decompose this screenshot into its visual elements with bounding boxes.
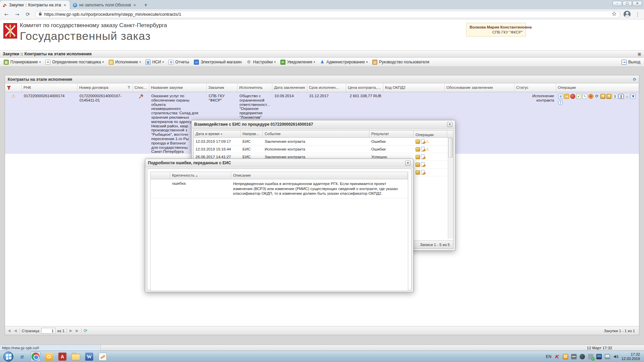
menu-item-user-manual[interactable]: Руководство пользователя bbox=[370, 58, 431, 66]
send-icon[interactable] bbox=[564, 94, 569, 99]
menu-item-notifications[interactable]: Уведомления▾ bbox=[278, 58, 318, 66]
column-header-operations[interactable]: Операции bbox=[556, 83, 639, 92]
seal-icon[interactable] bbox=[588, 94, 593, 99]
error-column-criticality[interactable]: Критичность▴ bbox=[170, 172, 231, 179]
column-header-filter[interactable] bbox=[5, 83, 22, 92]
close-window-button[interactable]: ✕ bbox=[633, 1, 642, 6]
menu-item-settings[interactable]: Настройки▾ bbox=[244, 58, 278, 66]
usb-icon[interactable] bbox=[588, 354, 593, 359]
column-header-conclusion-date[interactable]: Дата заключения bbox=[272, 83, 307, 92]
stop-icon[interactable] bbox=[570, 94, 575, 99]
page-input[interactable] bbox=[41, 328, 55, 334]
bookmark-star-icon[interactable] bbox=[612, 11, 616, 17]
filter-doc-icon[interactable] bbox=[631, 94, 636, 99]
close-icon[interactable]: ✕ bbox=[63, 3, 67, 7]
analysis-icon[interactable] bbox=[619, 94, 624, 99]
column-header-contract-number[interactable]: Номер договора bbox=[77, 83, 133, 92]
column-header-okpd2[interactable]: Код ОКПД2 bbox=[383, 83, 445, 92]
close-icon[interactable]: ✕ bbox=[133, 3, 137, 7]
start-button[interactable] bbox=[3, 352, 13, 362]
language-indicator[interactable]: EN bbox=[546, 354, 551, 359]
speaker-icon[interactable] bbox=[613, 354, 619, 359]
warning-icon[interactable]: ⚠ bbox=[426, 147, 429, 152]
taskbar-clock[interactable]: 17:32 12.03.2019 bbox=[622, 352, 640, 361]
warning-icon[interactable]: ⚠ bbox=[426, 139, 429, 144]
first-page-button[interactable]: ◀ bbox=[7, 328, 11, 333]
column-header-price[interactable]: Цена контракта, руб. bbox=[346, 83, 383, 92]
column-header-method[interactable]: Спос... bbox=[133, 83, 149, 92]
maximize-button[interactable]: ▢ bbox=[623, 1, 632, 6]
taskbar-word-icon[interactable]: W bbox=[84, 352, 94, 362]
taskbar-explorer-icon[interactable] bbox=[71, 352, 81, 362]
edit-doc-icon[interactable] bbox=[421, 162, 425, 167]
column-header-executor[interactable]: Исполнитель bbox=[237, 83, 272, 92]
logout-button[interactable]: Выход bbox=[619, 58, 643, 66]
column-header-status[interactable]: Статус bbox=[515, 83, 556, 92]
registry2-icon[interactable] bbox=[606, 94, 611, 99]
column-header-customer[interactable]: Заказчик bbox=[207, 83, 237, 92]
edit-doc-icon[interactable] bbox=[421, 155, 425, 159]
scrollbar[interactable] bbox=[448, 138, 453, 239]
registry-icon[interactable] bbox=[600, 94, 605, 99]
error-row[interactable]: ошибка Непредвиденная ошибка в интеграци… bbox=[151, 179, 408, 198]
menu-item-administration[interactable]: Администрирование▾ bbox=[317, 58, 370, 66]
sheet-icon[interactable] bbox=[625, 94, 630, 99]
network-icon[interactable] bbox=[605, 354, 610, 359]
edit-doc-icon[interactable] bbox=[421, 139, 425, 144]
browser-menu-icon[interactable]: ⋮ bbox=[634, 11, 641, 17]
cardreader-icon[interactable] bbox=[571, 354, 577, 359]
package-icon[interactable] bbox=[416, 163, 420, 167]
kaspersky-icon[interactable]: K bbox=[554, 354, 560, 359]
reload-icon[interactable]: ⟳ bbox=[24, 11, 32, 17]
column-header-purchase-name[interactable]: Название закупки bbox=[149, 83, 207, 92]
menu-item-eshop[interactable]: Электронный магазин bbox=[192, 58, 244, 66]
edit-doc-icon[interactable] bbox=[421, 170, 425, 175]
minimize-button[interactable]: – bbox=[612, 1, 622, 6]
package-icon[interactable] bbox=[416, 170, 420, 175]
taskbar-outlook-icon[interactable]: O bbox=[44, 352, 54, 362]
funnel-icon[interactable] bbox=[127, 85, 131, 90]
refresh-icon[interactable]: ⟳ bbox=[84, 328, 87, 333]
column-header-deadline[interactable]: Срок исполнен... bbox=[307, 83, 346, 92]
office-tray-icon[interactable]: O bbox=[563, 354, 568, 359]
menu-item-planning[interactable]: Планирование▾ bbox=[1, 58, 43, 66]
eis-column-event[interactable]: Событие bbox=[263, 130, 369, 137]
menu-item-nsi[interactable]: НСИ▾ bbox=[143, 58, 166, 66]
error-column-description[interactable]: Описание bbox=[231, 172, 408, 179]
back-icon[interactable]: ← bbox=[3, 11, 10, 17]
prev-page-button[interactable]: ◀ bbox=[13, 328, 17, 333]
display-icon[interactable] bbox=[596, 354, 602, 359]
contract-card-icon[interactable] bbox=[558, 94, 563, 99]
menu-item-execution[interactable]: Исполнение▾ bbox=[106, 58, 143, 66]
menu-item-reports[interactable]: Отчеты bbox=[166, 58, 191, 66]
next-page-button[interactable]: ▶ bbox=[69, 328, 73, 333]
forward-icon[interactable]: → bbox=[13, 11, 21, 17]
taskbar-pdf-icon[interactable]: A bbox=[57, 352, 67, 362]
info-icon[interactable]: i bbox=[558, 100, 563, 105]
docs-icon[interactable] bbox=[612, 94, 618, 99]
error-window-title-bar[interactable]: Подробности ошибки, переданные с ЕИС ✕ bbox=[145, 159, 413, 167]
eis-row[interactable]: 12.03.2019 17:09:17 ЕИС Заключение контр… bbox=[194, 138, 453, 145]
scrollbar-thumb[interactable] bbox=[448, 138, 453, 158]
address-bar[interactable]: https://new.gz-spb.ru/#po/procedure/my/s… bbox=[35, 11, 620, 18]
eis-column-operations[interactable]: Операции bbox=[414, 130, 447, 137]
collapse-panel-icon[interactable]: ▣ bbox=[638, 52, 641, 56]
column-header-justification[interactable]: Обоснование заключения bbox=[445, 83, 515, 92]
package-icon[interactable] bbox=[416, 155, 420, 159]
menu-item-supplier-selection[interactable]: Определение поставщика▾ bbox=[43, 58, 106, 66]
column-header-rnk[interactable]: РНК bbox=[22, 83, 77, 92]
sign-doc-icon[interactable] bbox=[582, 94, 587, 99]
accept-doc-icon[interactable] bbox=[576, 94, 581, 99]
refresh-status-icon[interactable] bbox=[594, 94, 599, 99]
eis-column-result[interactable]: Результат bbox=[369, 130, 414, 137]
edit-doc-icon[interactable] bbox=[421, 147, 425, 152]
tab-active[interactable]: Закупки :: Контракты на этапе и ✕ bbox=[0, 1, 70, 9]
eis-column-datetime[interactable]: Дата и время▾ bbox=[194, 130, 240, 137]
close-icon[interactable]: ✕ bbox=[447, 122, 452, 127]
taskbar-ie-icon[interactable]: e bbox=[17, 352, 27, 362]
eis-window-title-bar[interactable]: Взаимодействие с ЕИС по процедуре 017220… bbox=[192, 120, 455, 129]
close-icon[interactable]: ✕ bbox=[405, 161, 411, 166]
taskbar-chrome-icon[interactable] bbox=[31, 352, 41, 362]
package-icon[interactable] bbox=[416, 139, 420, 144]
package-icon[interactable] bbox=[416, 147, 420, 152]
